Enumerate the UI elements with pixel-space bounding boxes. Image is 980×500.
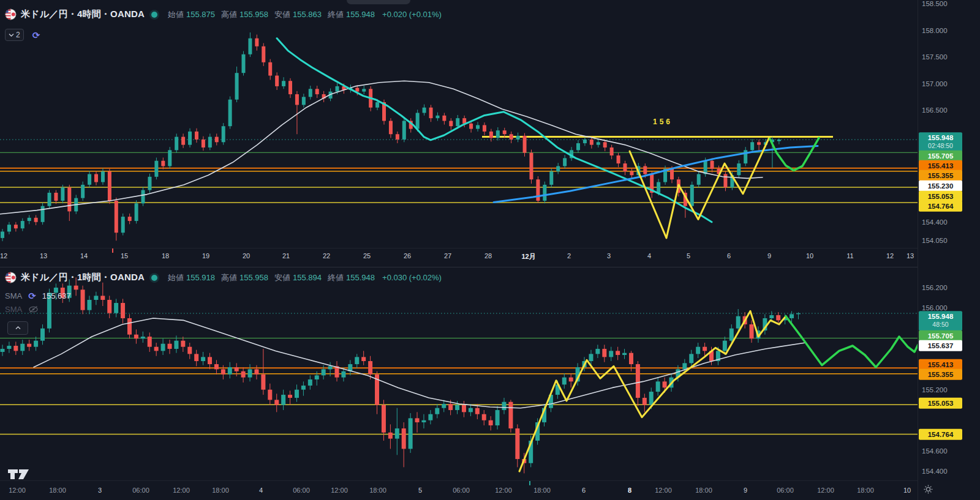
market-status-dot[interactable] [151,275,157,281]
candle-body [181,341,185,347]
candle-body [723,341,727,351]
eye-off-icon[interactable] [28,305,39,313]
overlay-turquoise-path[interactable] [277,39,712,222]
sync-spinner-icon[interactable]: ⟳ [32,31,40,40]
candle-body [750,142,754,150]
candle-body [576,143,580,150]
overlay-green-projection[interactable] [786,316,919,367]
axis-settings-gear-icon[interactable] [924,485,933,494]
price-scale[interactable] [918,0,980,500]
candle-body [134,335,138,339]
candle-body [161,344,165,351]
time-tick: 6 [582,487,586,494]
indicator-tree-toggle-button[interactable]: 2 [5,29,24,41]
time-tick: 18:00 [49,487,66,494]
time-tick: 10 [903,487,911,494]
candle-body [34,341,38,347]
candle-body [202,140,205,147]
candle-body [609,351,613,357]
low-label: 安値 [274,272,290,283]
candle-body [388,433,393,439]
high-label: 高値 [221,9,237,20]
high-value: 155.958 [239,10,268,19]
overlay-blue-trendline[interactable] [494,146,818,202]
close-value: 155.948 [346,10,375,19]
time-tick: 19 [202,252,209,259]
time-tick: 12:00 [331,487,348,494]
time-tick: 18:00 [857,487,874,494]
candle-body [696,347,700,354]
indicator-sma2-label[interactable]: SMA [5,305,22,314]
candle-body [682,363,687,369]
symbol-title[interactable]: 米ドル／円・1時間・OANDA [21,272,145,283]
chart-surface-1h[interactable] [0,267,919,480]
candle-body [148,177,151,190]
candle-body [496,410,500,425]
panel-separator[interactable] [0,267,980,267]
candle-body [462,405,466,412]
tradingview-logo[interactable] [7,468,29,481]
indicator-sma-label[interactable]: SMA [5,291,22,300]
candle-body [282,81,285,86]
candle-body [61,187,64,201]
candle-body [121,217,125,233]
candle-body [776,315,780,320]
time-tick: 06:00 [453,487,470,494]
candle-body [128,217,132,221]
candle-body [482,414,486,420]
drawn-line-label[interactable]: 156 [653,118,673,126]
time-axis-4h[interactable] [0,248,918,267]
candle-body [563,158,567,166]
price-tick: 154.050 [922,237,948,244]
candle-body [729,329,734,341]
candle-body [489,420,493,425]
chart-surface-4h[interactable] [0,0,919,248]
market-status-dot[interactable] [151,12,157,18]
candle-body [135,203,138,221]
candle-body [114,303,118,313]
candle-body [235,367,239,371]
sync-spinner-icon[interactable]: ⟳ [28,291,36,300]
time-tick: 06:00 [293,487,310,494]
candle-body [107,300,111,313]
candle-body [790,314,794,318]
usdjpy-pair-flag-icon [5,9,17,20]
candle-body [295,390,299,398]
candle-body [469,408,473,412]
candle-body [168,150,172,166]
chevron-down-icon [9,33,14,37]
time-tick: 4 [259,487,263,494]
candle-body [188,132,192,145]
candle-body [442,116,446,121]
time-tick: 22 [323,252,330,259]
symbol-title[interactable]: 米ドル／円・4時間・OANDA [21,9,145,20]
time-tick: 5 [418,487,422,494]
candle-body [228,367,232,375]
candle-body [222,126,225,142]
chevron-up-icon [15,326,21,330]
candle-body [382,405,386,433]
candle-body [148,337,152,347]
time-tick: 10 [806,252,813,259]
usdjpy-pair-flag-icon [5,272,17,283]
overlay-green-projection[interactable] [770,138,819,170]
candle-body [221,369,225,374]
candle-body [67,187,71,211]
candle-body [469,124,473,129]
candle-body [361,357,366,361]
candle-body [208,357,212,364]
time-tick: 26 [404,252,411,259]
candle-body [208,137,212,147]
price-tick: 157.500 [922,53,948,61]
candle-body [141,190,145,204]
candle-body [489,132,493,138]
time-tick: 12:00 [495,487,512,494]
candle-body [94,296,98,300]
open-label: 始値 [168,272,184,283]
candle-body [663,381,667,387]
candle-body [597,142,600,144]
collapse-indicators-button[interactable] [7,321,28,335]
low-value: 155.894 [293,273,322,282]
candle-body [108,171,111,201]
candle-body [657,182,660,193]
